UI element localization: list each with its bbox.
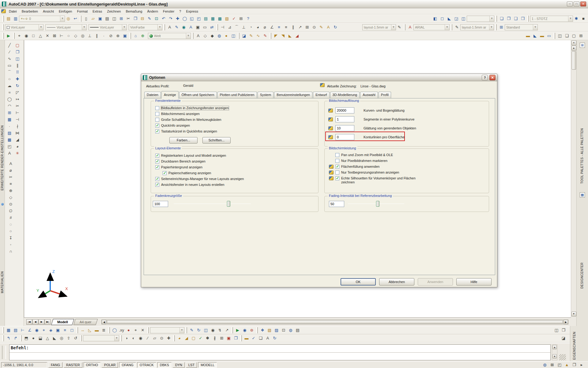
checkbox-label[interactable]: Tastaturkürzel in QuickInfos anzeigen <box>161 129 217 133</box>
checkbox-label[interactable]: Flächenfüllung anwenden <box>341 165 379 169</box>
clean-screen-icon[interactable]: ◰ <box>556 362 563 368</box>
image-attach-icon[interactable]: ▧ <box>266 327 273 334</box>
sheet-record-icon[interactable]: ⊚ <box>248 327 255 334</box>
scrollbar-thumb[interactable] <box>572 51 576 70</box>
sheet-play-icon[interactable]: ◉ <box>241 327 248 334</box>
explode-icon[interactable]: ✳ <box>14 150 21 157</box>
inquiry-list-icon[interactable]: ≣ <box>100 327 107 334</box>
osnap-midpoint-icon[interactable]: △ <box>37 33 44 39</box>
polyline-icon[interactable]: ∿ <box>6 56 13 62</box>
toolbar-grip[interactable] <box>164 24 165 30</box>
help-button[interactable]: Hilfe <box>456 278 492 286</box>
toolbar-grip[interactable] <box>451 24 452 30</box>
app-titlebar[interactable]: AutoCAD 2007 - [C:\Dokumente und Einstel… <box>0 0 588 8</box>
checkbox[interactable] <box>335 171 339 174</box>
justify-text-icon[interactable]: ▭ <box>202 24 208 31</box>
menu-express[interactable]: Express <box>183 9 201 14</box>
region-icon[interactable]: ◰ <box>6 143 13 150</box>
text-style-brush-icon[interactable]: A <box>407 24 413 31</box>
menu-ansicht[interactable]: Ansicht <box>40 9 56 14</box>
render-environment-icon[interactable]: ◢ <box>294 33 300 39</box>
checkbox[interactable] <box>335 176 339 180</box>
color-dropdown[interactable]: VonLayer▼ <box>5 24 43 30</box>
publish-icon[interactable]: ⊞ <box>118 15 125 22</box>
scale-text-icon[interactable]: ▣ <box>194 24 201 31</box>
dropdown-arrow-icon[interactable]: ▼ <box>157 25 162 30</box>
dropdown-arrow-icon[interactable]: ▼ <box>533 25 537 30</box>
checkbox[interactable] <box>155 159 159 163</box>
drawing-close-icon[interactable]: ✕ <box>571 40 576 45</box>
xref-attach-icon[interactable]: ❖ <box>259 327 266 334</box>
ortho-mode-icon[interactable]: ⊢ <box>19 327 26 334</box>
pan-right-icon[interactable]: ↱ <box>12 335 19 342</box>
mtext-icon[interactable]: A <box>166 24 173 31</box>
standards-warning-icon[interactable]: ▲ <box>564 362 570 368</box>
shell-icon[interactable]: ▢ <box>190 335 197 342</box>
ucs-world-icon[interactable]: ⊕ <box>139 33 146 39</box>
toggle-polar[interactable]: POLAR <box>102 362 118 368</box>
render-crop-icon[interactable]: ◥ <box>280 33 286 39</box>
tab-oeffnen-speichern[interactable]: Öffnen und Speichern <box>179 92 217 98</box>
fading-input[interactable] <box>329 201 344 207</box>
hyperlink-icon[interactable]: ◍ <box>287 327 294 334</box>
osnap-endpoint-icon[interactable]: □ <box>30 33 37 39</box>
toolbar-grip[interactable] <box>20 335 22 341</box>
dropdown-arrow-icon[interactable]: ▼ <box>568 16 573 21</box>
find-replace-icon[interactable]: ◉ <box>180 24 187 31</box>
dimension-text-edit-icon[interactable]: A <box>325 24 332 31</box>
quadrant-tool-icon[interactable]: ◇ <box>7 194 14 201</box>
toggle-modell[interactable]: MODELL <box>198 362 217 368</box>
dialog-help-button[interactable]: ? <box>482 75 488 80</box>
checkbox-label[interactable]: Große Schaltflächen in Werkzeugkästen <box>161 118 221 122</box>
text-style-icon[interactable]: A <box>187 24 194 31</box>
layer-properties-manager-icon[interactable]: ▤ <box>5 15 12 22</box>
menu-format[interactable]: Format <box>74 9 90 14</box>
imprint-icon[interactable]: ⊞ <box>218 335 225 342</box>
inquiry-region-icon[interactable]: ▬ <box>93 327 100 334</box>
copy-object-icon[interactable]: ❐ <box>14 49 21 56</box>
center-tool-icon[interactable]: ⊙ <box>7 201 14 208</box>
checkbox-label[interactable]: Nur Textbegrenzungsrahmen anzeigen <box>341 171 399 174</box>
communication-center-icon[interactable]: ◍ <box>541 362 548 368</box>
checkbox[interactable] <box>335 153 339 157</box>
render-settings-icon[interactable]: ◫ <box>230 33 237 39</box>
layer-dropdown[interactable]: ☀◐⊖ 0▼ <box>19 16 65 22</box>
undo-icon[interactable]: ↶ <box>160 15 167 22</box>
tab-benutzereinstellungen[interactable]: Benutzereinstellungen <box>274 92 312 98</box>
checkbox[interactable] <box>155 106 159 110</box>
sheet-forward-icon[interactable]: ▶ <box>234 327 241 334</box>
toolbar-grip[interactable] <box>270 33 271 39</box>
osnap-center-icon[interactable]: ○ <box>65 33 72 39</box>
textstyle-dropdown[interactable]: ARIAL▼ <box>413 24 450 30</box>
checkbox-label[interactable]: Echte Silhouetten für Volumenkörper und … <box>341 176 418 184</box>
scale-icon[interactable]: ◸ <box>14 89 21 96</box>
dimstyle-dropdown[interactable]: 1 - STOTZ▼ <box>530 16 573 22</box>
dialog-titlebar[interactable]: Optionen ? ✕ <box>141 74 497 81</box>
window-new-icon[interactable]: ▢ <box>571 33 577 39</box>
dim-style-brush-icon[interactable]: ✎ <box>454 24 460 31</box>
checkbox[interactable] <box>155 165 159 169</box>
value-input[interactable] <box>335 134 354 140</box>
grid-tool-icon[interactable]: # <box>7 214 14 221</box>
tray-arrow-icon[interactable]: ▸ <box>578 362 585 368</box>
window-d-icon[interactable]: ◫ <box>553 327 560 334</box>
checkbox[interactable] <box>335 165 339 169</box>
mass-properties-icon[interactable]: ▬ <box>539 33 545 39</box>
rectangle-icon[interactable]: ▭ <box>6 62 13 69</box>
osnap-toggle-icon[interactable]: ◉ <box>33 327 40 334</box>
polar-tracking-icon[interactable]: ∠ <box>26 327 33 334</box>
diameter-tool-icon[interactable]: ⌀ <box>7 167 14 174</box>
redo-icon[interactable]: ↷ <box>167 15 174 22</box>
checkbox-label[interactable]: Nur Pixelbildrahmen markieren <box>341 159 387 163</box>
checkbox[interactable] <box>155 112 159 116</box>
osnap-apparent-intersection-icon[interactable]: ⊠ <box>51 33 58 39</box>
fadenkreuz-input[interactable] <box>153 201 168 207</box>
walk-icon[interactable]: ↯ <box>217 327 223 334</box>
toggle-ofang[interactable]: OFANG <box>119 362 136 368</box>
checkbox[interactable] <box>155 124 159 128</box>
tab-entwurf[interactable]: Entwurf <box>313 92 329 98</box>
line-icon[interactable]: ╱ <box>6 42 13 49</box>
diameter-dimension-icon[interactable]: ⌀ <box>262 24 268 31</box>
copy-icon[interactable]: ❐ <box>132 15 139 22</box>
node-tool-icon[interactable]: ○ <box>7 228 14 235</box>
